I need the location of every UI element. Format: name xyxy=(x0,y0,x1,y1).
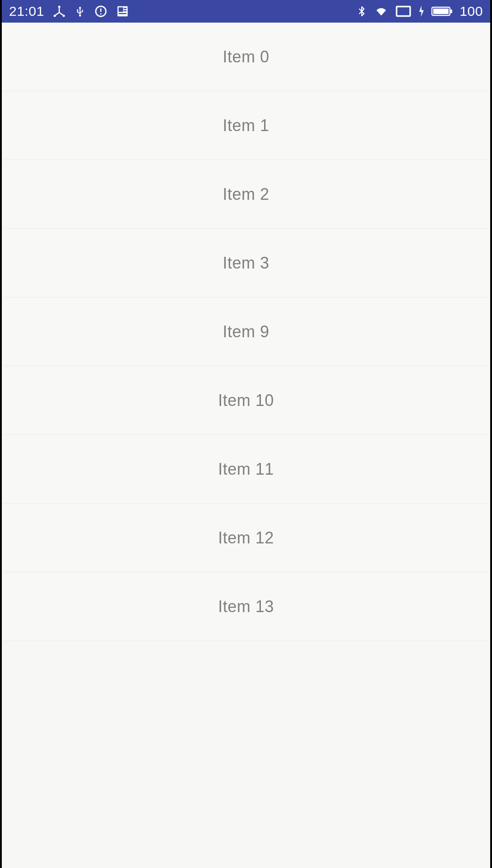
list-item-label: Item 1 xyxy=(222,116,269,135)
svg-rect-14 xyxy=(450,9,452,13)
battery-icon xyxy=(431,5,453,17)
svg-rect-9 xyxy=(123,10,126,12)
status-left: 21:01 xyxy=(9,4,129,19)
battery-percent: 100 xyxy=(459,4,483,19)
bluetooth-icon xyxy=(356,4,367,19)
svg-rect-10 xyxy=(118,13,127,14)
list-item[interactable]: Item 9 xyxy=(4,297,488,366)
svg-rect-8 xyxy=(123,8,126,9)
list-item-label: Item 13 xyxy=(218,597,274,616)
list-item[interactable]: Item 3 xyxy=(4,229,488,297)
hub-icon xyxy=(52,5,66,18)
charging-icon xyxy=(418,5,425,18)
list-item-label: Item 3 xyxy=(222,254,269,273)
status-right: 100 xyxy=(356,4,483,19)
screen-icon xyxy=(395,5,412,18)
list-item-label: Item 11 xyxy=(218,460,274,479)
list-item-label: Item 0 xyxy=(222,47,269,66)
list-view[interactable]: Item 0 Item 1 Item 2 Item 3 Item 9 Item … xyxy=(4,23,488,868)
list-item-label: Item 10 xyxy=(218,391,274,410)
list-item[interactable]: Item 11 xyxy=(4,435,488,504)
list-item-label: Item 9 xyxy=(222,322,269,341)
list-item[interactable]: Item 0 xyxy=(4,23,488,91)
wifi-icon xyxy=(374,5,389,18)
svg-rect-13 xyxy=(433,9,449,14)
list-item[interactable]: Item 10 xyxy=(4,366,488,435)
usb-icon xyxy=(74,5,86,18)
list-item[interactable]: Item 1 xyxy=(4,91,488,160)
list-item[interactable]: Item 2 xyxy=(4,160,488,229)
device-frame: 21:01 xyxy=(0,0,492,868)
news-icon xyxy=(116,5,129,18)
svg-point-0 xyxy=(58,6,60,8)
list-item[interactable]: Item 12 xyxy=(4,504,488,572)
list-item[interactable]: Item 13 xyxy=(4,572,488,641)
clock: 21:01 xyxy=(9,4,44,19)
svg-rect-11 xyxy=(397,7,410,16)
list-item-label: Item 12 xyxy=(218,528,274,547)
list-item-label: Item 2 xyxy=(222,185,269,204)
status-bar: 21:01 xyxy=(2,0,490,23)
alert-circle-icon xyxy=(94,5,108,18)
svg-rect-7 xyxy=(118,7,123,12)
svg-point-5 xyxy=(100,13,101,14)
